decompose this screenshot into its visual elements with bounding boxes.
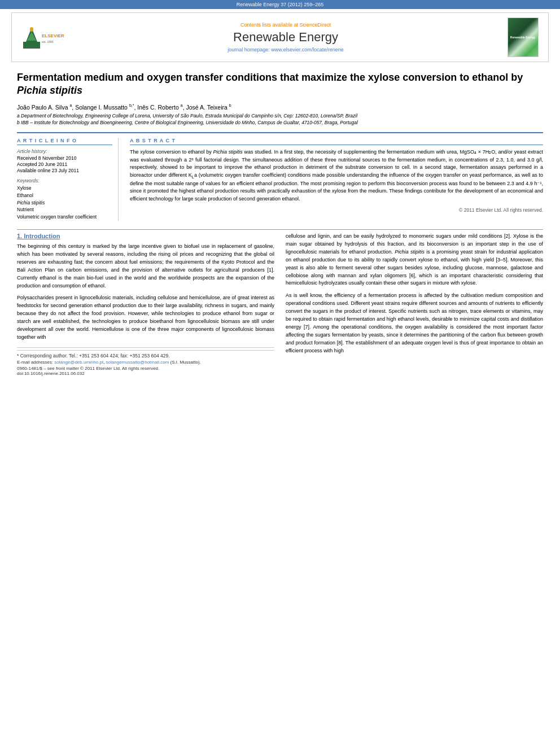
body-right-para1: cellulose and lignin, and can be easily … (286, 233, 543, 288)
journal-volume-info: Renewable Energy 37 (2012) 259–265 (237, 2, 324, 7)
body-para2: Polysaccharides present in lignocellulos… (17, 294, 274, 342)
affiliation-b: b IBB – Institute for Biotechnology and … (17, 120, 543, 126)
available-date: Available online 23 July 2011 (17, 168, 112, 173)
svg-rect-1 (23, 42, 40, 49)
corresponding-note-text: * Corresponding author. Tel.: +351 253 6… (17, 353, 170, 359)
journal-homepage-info: journal homepage: www.elsevier.com/locat… (74, 47, 497, 53)
affiliations: a Department of Biotechnology, Engineeri… (17, 113, 543, 126)
email-label: E-mail addresses: (17, 360, 53, 365)
sciencedirect-info: Contents lists available at ScienceDirec… (74, 22, 497, 28)
intro-section-title: 1. Introduction (17, 233, 274, 239)
elsevier-logo-icon: ELSEVIER est. 1880 (20, 25, 65, 50)
journal-header-center: Contents lists available at ScienceDirec… (74, 22, 497, 53)
authors-line: João Paulo A. Silva a, Solange I. Mussat… (17, 103, 543, 111)
email2[interactable]: solangemussatto@hotmail.com (106, 360, 169, 365)
history-label: Article history: (17, 148, 112, 154)
page: Renewable Energy 37 (2012) 259–265 ELSEV… (0, 0, 560, 747)
body-left-column: 1. Introduction The beginning of this ce… (17, 233, 274, 376)
email1[interactable]: solange@deb.uminho.pt (54, 360, 103, 365)
keyword-ethanol: Ethanol (17, 192, 112, 199)
article-info-heading: A R T I C L E I N F O (17, 138, 112, 145)
article-title: Fermentation medium and oxygen transfer … (17, 71, 543, 98)
sciencedirect-link-text[interactable]: ScienceDirect (300, 22, 331, 28)
svg-text:ELSEVIER: ELSEVIER (42, 33, 64, 38)
body-para1: The beginning of this century is marked … (17, 243, 274, 290)
email-end: (S.I. Mussatto). (170, 360, 201, 365)
doi-line: doi:10.1016/j.renene.2011.06.032 (17, 371, 274, 376)
journal-cover-area: Renewable Energy (503, 18, 542, 57)
body-right-column: cellulose and lignin, and can be easily … (286, 233, 543, 376)
article-info-column: A R T I C L E I N F O Article history: R… (17, 138, 119, 221)
received-date: Received 8 November 2010 (17, 155, 112, 161)
footnote-section: * Corresponding author. Tel.: +351 253 6… (17, 347, 274, 376)
svg-text:est. 1880: est. 1880 (42, 40, 54, 43)
keywords-label: Keywords: (17, 178, 112, 184)
accepted-date: Accepted 20 June 2011 (17, 161, 112, 167)
sciencedirect-prefix: Contents lists available at (240, 22, 300, 28)
keyword-oxygen: Volumetric oxygen transfer coefficient (17, 213, 112, 221)
homepage-prefix: journal homepage: (228, 47, 271, 53)
journal-cover-image: Renewable Energy (508, 18, 539, 57)
abstract-text: The xylose conversion to ethanol by Pich… (130, 148, 543, 203)
affiliation-a: a Department of Biotechnology, Engineeri… (17, 113, 543, 120)
corresponding-author-note: * Corresponding author. Tel.: +351 253 6… (17, 350, 274, 359)
copyright-notice: © 2011 Elsevier Ltd. All rights reserved… (130, 207, 543, 213)
journal-header: ELSEVIER est. 1880 Contents lists availa… (11, 12, 549, 62)
info-abstract-section: A R T I C L E I N F O Article history: R… (17, 132, 543, 221)
main-body-section: 1. Introduction The beginning of this ce… (17, 229, 543, 376)
keyword-pichia: Pichia stipitis (17, 199, 112, 207)
email-info: E-mail addresses: solange@deb.uminho.pt,… (17, 360, 274, 365)
abstract-column: A B S T R A C T The xylose conversion to… (130, 138, 543, 221)
svg-point-4 (30, 27, 33, 32)
journal-topbar: Renewable Energy 37 (2012) 259–265 (0, 0, 560, 9)
cover-label: Renewable Energy (509, 34, 536, 40)
email-sep: , (103, 360, 104, 365)
journal-title: Renewable Energy (74, 30, 497, 45)
keyword-xylose: Xylose (17, 185, 112, 192)
issn-line: 0960-1481/$ – see front matter © 2011 El… (17, 366, 274, 371)
homepage-url[interactable]: www.elsevier.com/locate/renene (271, 47, 344, 53)
article-content: Fermentation medium and oxygen transfer … (0, 65, 560, 382)
abstract-heading: A B S T R A C T (130, 138, 543, 145)
publisher-logo-area: ELSEVIER est. 1880 (18, 25, 68, 50)
body-right-para2: As is well know, the efficiency of a fer… (286, 292, 543, 355)
keyword-nutrient: Nutrient (17, 206, 112, 213)
